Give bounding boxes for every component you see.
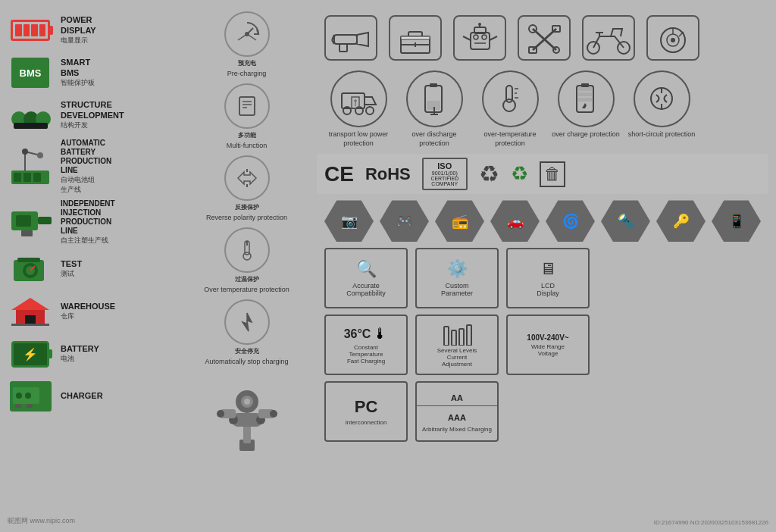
svg-point-10 (22, 149, 28, 155)
main-container: POWER DISPLAY 电量显示 BMS SMART BMS 智能保护板 (0, 0, 776, 532)
aaa-label: AAA (448, 413, 466, 422)
pc-box: PC Interconnection (324, 381, 408, 442)
svg-rect-33 (239, 97, 255, 115)
reverse-polarity-circle (224, 155, 270, 201)
structure-text: STRUCTURE DEVELOPMENT 结构开发 (61, 100, 124, 130)
feature-charger: CHARGER (8, 377, 177, 415)
svg-rect-110 (578, 98, 592, 102)
right-panel: transport low power protection over disc… (317, 8, 768, 524)
svg-rect-117 (467, 325, 471, 346)
middle-panel: 预充电 Pre-charging 多功能 Multi-function (184, 8, 309, 524)
toolbox-icon (389, 15, 442, 61)
compliance-row: CE RoHS ISO 9001/1(00) CERTIFIED COMPANY… (317, 154, 768, 194)
feature-warehouse: WAREHOUSE 仓库 (8, 293, 177, 330)
rohs-badge: RoHS (365, 164, 411, 184)
robot-arm-illustration (184, 379, 309, 455)
top-icons-row (317, 11, 768, 64)
transport-protection: transport low power protection (324, 70, 393, 148)
robot-vacuum-icon (646, 15, 699, 61)
charger-icon (8, 377, 53, 415)
svg-point-86 (671, 38, 675, 42)
injection-icon (8, 204, 53, 242)
svg-point-50 (270, 410, 277, 418)
over-temp-chinese: 过温保护 (235, 275, 259, 283)
transport-circle (330, 70, 387, 127)
svg-rect-17 (17, 258, 40, 262)
aa-aaa-box: AA AAA Arbitrarily Mixed Charging (415, 381, 499, 442)
over-discharge-label: over discharge protection (400, 130, 468, 148)
bottom-boxes-row: PC Interconnection AA AAA Arbitrarily Mi… (317, 381, 768, 442)
svg-rect-24 (11, 324, 49, 326)
pc-sublabel: Interconnection (346, 419, 387, 426)
green-recycle-icon: ♻ (511, 162, 528, 186)
custom-param-label: Custom Parameter (441, 282, 473, 297)
svg-line-72 (463, 36, 471, 40)
svg-rect-109 (578, 92, 592, 96)
multi-function-label: Multi-function (227, 142, 268, 149)
test-text: TEST 测试 (61, 259, 82, 279)
lcd-display-box: 🖥 LCD Display (506, 248, 590, 308)
feature-battery: ⚡ BATTERY 电池 (8, 335, 177, 373)
feature-power-display: POWER DISPLAY 电量显示 (8, 11, 177, 49)
lcd-display-label: LCD Display (537, 282, 559, 297)
svg-rect-7 (33, 173, 41, 182)
smart-bms-title: SMART BMS (61, 58, 95, 77)
svg-rect-54 (334, 35, 357, 44)
warehouse-text: WAREHOUSE 仓库 (61, 302, 115, 321)
svg-rect-26 (39, 391, 48, 400)
radio-hex: 📻 (435, 200, 484, 242)
battery-icon-shape: ⚡ (11, 341, 49, 368)
power-display-text: POWER DISPLAY 电量显示 (61, 15, 96, 45)
multi-function-chinese: 多功能 (238, 131, 256, 139)
svg-point-53 (244, 399, 250, 405)
power-display-icon (8, 11, 53, 49)
book-hex: 📱 (712, 200, 761, 242)
temp-charging-label: Constant Temperature Fast Charging (347, 344, 385, 365)
power-display-title: POWER DISPLAY (61, 15, 96, 35)
power-display-subtitle: 电量显示 (61, 36, 96, 45)
drill-icon (324, 15, 377, 61)
svg-rect-97 (430, 83, 437, 87)
svg-point-68 (478, 23, 481, 26)
tools-crossed-icon (518, 15, 571, 61)
svg-point-69 (474, 35, 478, 39)
car-hex: 🚗 (490, 200, 540, 242)
feature-smart-bms: BMS SMART BMS 智能保护板 (8, 54, 177, 92)
svg-rect-13 (38, 217, 52, 224)
test-icon (8, 250, 53, 288)
svg-rect-14 (21, 230, 33, 236)
multi-function-item: 多功能 Multi-function (184, 83, 309, 149)
battery-icon: ⚡ (8, 335, 53, 373)
feature-auto-battery: AUTOMATIC BATTERY PRODUCTION LINE 自动电池组 … (8, 139, 177, 195)
battery-subtitle: 电池 (61, 354, 99, 364)
svg-line-73 (490, 36, 497, 40)
charger-title: CHARGER (61, 391, 103, 401)
watermark-right: ID:21674990 NO:20200325103153681226 (654, 519, 768, 526)
reverse-polarity-item: 反接保护 Reverse polarity protection (184, 155, 309, 221)
recycle-arrows-icon: ♻ (479, 161, 499, 187)
current-adjust-box: Several Levels Current Adjustment (415, 315, 499, 375)
svg-rect-43 (243, 424, 251, 443)
gamepad-hex: 🎮 (380, 200, 429, 242)
smart-bms-text: SMART BMS 智能保护板 (61, 58, 95, 87)
scooter-icon (582, 15, 635, 61)
auto-battery-title: AUTOMATIC BATTERY PRODUCTION LINE (61, 139, 111, 175)
feature-test: TEST 测试 (8, 250, 177, 288)
multi-function-circle (224, 83, 270, 129)
auto-stop-item: 安全停充 Automatically stop charging (184, 299, 309, 365)
iso-badge: ISO 9001/1(00) CERTIFIED COMPANY (422, 158, 468, 190)
injection-title: INDEPENDENT INJECTION PRODUCTION LINE (61, 199, 115, 236)
over-charge-label: over charge protection (552, 130, 620, 139)
injection-text: INDEPENDENT INJECTION PRODUCTION LINE 自主… (61, 199, 115, 246)
svg-rect-3 (14, 123, 48, 129)
svg-rect-29 (15, 404, 21, 408)
svg-point-70 (482, 35, 487, 39)
temp-charging-box: 36°C 🌡 Constant Temperature Fast Chargin… (324, 315, 408, 375)
custom-param-box: ⚙️ Custom Parameter (415, 248, 499, 308)
svg-rect-114 (444, 327, 449, 346)
svg-point-40 (243, 252, 251, 260)
auto-stop-chinese: 安全停充 (235, 347, 259, 355)
feature-structure: STRUCTURE DEVELOPMENT 结构开发 (8, 96, 177, 134)
accurate-compat-icon: 🔍 (356, 259, 377, 279)
watermark-left: 昵图网 www.nipic.com (8, 516, 75, 526)
